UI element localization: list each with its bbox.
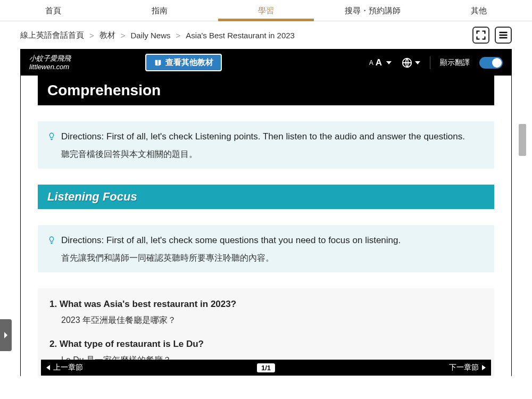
crumb-sep: >: [176, 31, 181, 40]
crumb-sep: >: [89, 31, 94, 40]
brand-line2: littlewen.com: [29, 63, 71, 71]
scrollbar-thumb[interactable]: [519, 124, 526, 156]
header-right: AA 顯示翻譯: [369, 56, 503, 69]
viewer-header: 小蚊子愛飛飛 littlewen.com 查看其他教材 AA 顯示翻譯: [21, 49, 511, 76]
content-area: Comprehension Directions: First of all, …: [21, 76, 511, 376]
hamburger-icon: [498, 30, 509, 40]
nav-home[interactable]: 首頁: [0, 0, 106, 21]
crumb-sep: >: [121, 31, 126, 40]
comp-direction-zh: 聽完音檔後回答與本文相關的題目。: [61, 149, 485, 160]
comp-direction-en: Directions: First of all, let's check Li…: [61, 130, 465, 144]
nav-search-tutor[interactable]: 搜尋・預約講師: [319, 0, 426, 21]
translate-toggle[interactable]: [479, 57, 503, 69]
question-en: 1. What was Asia's best restaurant in 20…: [49, 299, 483, 310]
fullscreen-icon: [476, 30, 486, 40]
next-chapter-button[interactable]: 下一章節: [449, 363, 486, 372]
page-indicator: 1/1: [257, 363, 275, 372]
crumb-daily-news[interactable]: Daily News: [131, 31, 171, 40]
content-viewer: 小蚊子愛飛飛 littlewen.com 查看其他教材 AA 顯示翻譯 Comp…: [20, 49, 512, 376]
breadcrumb-row: 線上英語會話首頁 > 教材 > Daily News > Asia's Best…: [0, 21, 532, 49]
lightbulb-icon: [47, 131, 56, 144]
nav-study[interactable]: 學習: [213, 0, 319, 21]
nav-other[interactable]: 其他: [426, 0, 532, 21]
crumb-current: Asia's Best Restaurant in 2023: [186, 31, 295, 40]
focus-direction-en: Directions: First of all, let's check so…: [61, 234, 401, 247]
expand-sidebar-tab[interactable]: [0, 319, 12, 351]
question-en: 2. What type of restaurant is Le Du?: [49, 339, 483, 350]
font-size-control[interactable]: AA: [369, 57, 392, 68]
crumb-home[interactable]: 線上英語會話首頁: [20, 30, 84, 40]
comprehension-heading: Comprehension: [38, 76, 494, 105]
fullscreen-button[interactable]: [472, 27, 489, 44]
focus-directions: Directions: First of all, let's check so…: [38, 225, 494, 272]
chapter-nav-bar: 上一章節 1/1 下一章節: [41, 360, 491, 376]
lightbulb-icon: [47, 235, 56, 247]
crumb-materials[interactable]: 教材: [99, 30, 115, 40]
globe-icon: [401, 57, 413, 69]
breadcrumb: 線上英語會話首頁 > 教材 > Daily News > Asia's Best…: [20, 30, 467, 40]
prev-chapter-label: 上一章節: [53, 363, 83, 372]
focus-direction-zh: 首先讓我們和講師一同確認英聽時所要專注聆聽的內容。: [61, 253, 485, 264]
prev-chapter-button[interactable]: 上一章節: [46, 363, 83, 372]
comprehension-directions: Directions: First of all, let's check Li…: [38, 121, 494, 169]
header-divider: [430, 56, 430, 69]
other-materials-label: 查看其他教材: [165, 57, 213, 68]
language-control[interactable]: [401, 57, 420, 69]
next-chapter-label: 下一章節: [449, 363, 479, 372]
other-materials-button[interactable]: 查看其他教材: [145, 54, 222, 71]
brand-line1: 小蚊子愛飛飛: [29, 54, 71, 63]
nav-guide[interactable]: 指南: [106, 0, 213, 21]
question-zh: 2023 年亞洲最佳餐廳是哪家？: [61, 315, 483, 326]
listening-focus-heading: Listening Focus: [38, 185, 494, 209]
triangle-right-icon: [482, 365, 486, 370]
chevron-right-icon: [3, 331, 9, 339]
menu-button[interactable]: [495, 27, 512, 44]
question-item: 1. What was Asia's best restaurant in 20…: [49, 299, 483, 326]
translate-label: 顯示翻譯: [440, 58, 470, 68]
triangle-left-icon: [46, 365, 50, 370]
brand-watermark: 小蚊子愛飛飛 littlewen.com: [29, 54, 71, 71]
book-icon: [154, 59, 162, 67]
top-nav: 首頁 指南 學習 搜尋・預約講師 其他: [0, 0, 532, 21]
